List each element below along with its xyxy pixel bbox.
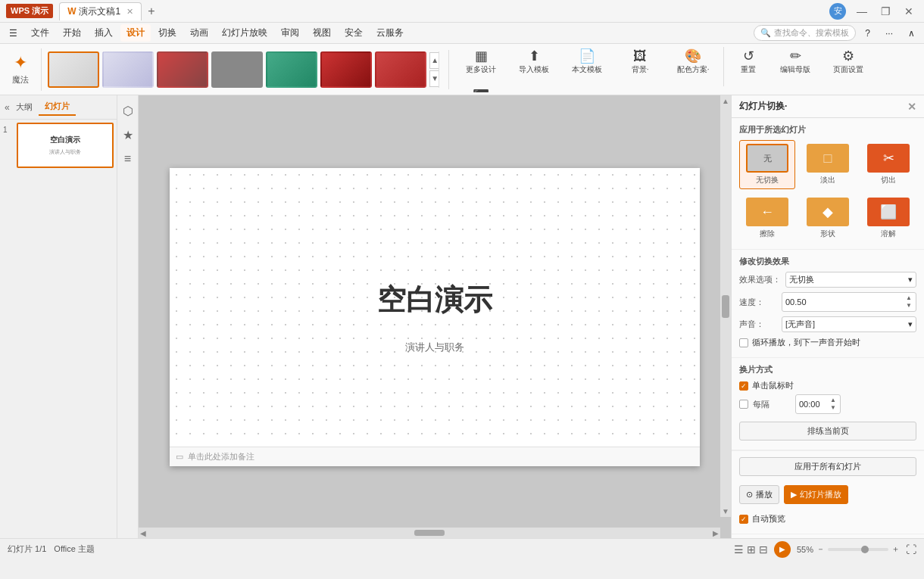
- import-template-btn[interactable]: ⬆ 导入模板: [508, 47, 560, 77]
- reset-btn[interactable]: ↺ 重置: [729, 47, 768, 77]
- template-thumb-3[interactable]: [157, 51, 208, 88]
- template-thumb-5[interactable]: [266, 51, 317, 88]
- menu-review[interactable]: 审阅: [275, 24, 305, 42]
- fullscreen-btn[interactable]: ⛶: [906, 543, 916, 556]
- magic-button[interactable]: ✦ 魔法: [6, 48, 42, 91]
- interval-up-btn[interactable]: ▲: [829, 397, 837, 404]
- interval-input[interactable]: 00:00 ▲ ▼: [795, 394, 841, 414]
- more-design-btn[interactable]: ▦ 更多设计: [455, 47, 507, 77]
- page-setup-btn[interactable]: ⚙ 页面设置: [823, 47, 874, 77]
- effect-select[interactable]: 无切换 ▾: [785, 272, 916, 288]
- slide-size-btn[interactable]: ⬛ 幻灯片大小·: [455, 88, 507, 92]
- apply-all-button[interactable]: 应用于所有幻灯片: [739, 457, 916, 476]
- view-grid-btn[interactable]: ⊞: [747, 543, 756, 556]
- color-scheme-btn[interactable]: 🎨 配色方案·: [667, 47, 719, 77]
- zoom-plus-btn[interactable]: ＋: [891, 543, 900, 555]
- autopreview-checkbox[interactable]: ✓: [739, 515, 748, 524]
- edit-master-btn[interactable]: ✏ 编辑母版: [769, 47, 821, 77]
- doc-tab[interactable]: W 演示文稿1 ✕: [59, 2, 142, 20]
- settings-icon[interactable]: ···: [879, 26, 899, 41]
- slide-item-1[interactable]: 1 空白演示 演讲人与职务: [3, 123, 114, 168]
- right-panel-close[interactable]: ✕: [907, 101, 916, 113]
- transition-wipe[interactable]: ← 擦除: [739, 194, 795, 243]
- panel-tab-outline[interactable]: 大纲: [10, 99, 39, 115]
- scroll-right-arrow[interactable]: ▶: [713, 529, 719, 537]
- transition-none[interactable]: 无 无切换: [739, 140, 795, 189]
- sound-select[interactable]: [无声音] ▾: [782, 316, 916, 332]
- search-icon: 🔍: [760, 28, 771, 38]
- new-tab-button[interactable]: +: [148, 5, 155, 17]
- menu-animation[interactable]: 动画: [184, 24, 214, 42]
- template-thumb-7[interactable]: [375, 51, 426, 88]
- side-icon-star[interactable]: ★: [119, 126, 137, 144]
- h-scroll-thumb[interactable]: [414, 530, 445, 536]
- restore-button[interactable]: ❐: [876, 4, 895, 19]
- transition-cut[interactable]: ✂ 切出: [860, 140, 916, 189]
- page-setup-icon: ⚙: [842, 49, 854, 63]
- practice-button[interactable]: 排练当前页: [739, 422, 916, 440]
- template-thumb-6[interactable]: [320, 51, 372, 88]
- side-icon-1[interactable]: ⬡: [119, 101, 137, 120]
- template-thumb-4[interactable]: [211, 51, 263, 88]
- slide-thumbnail-1[interactable]: 空白演示 演讲人与职务: [17, 123, 114, 168]
- play-button[interactable]: ⊙ 播放: [739, 485, 779, 504]
- slideshow-button[interactable]: ▶ 幻灯片播放: [784, 485, 848, 504]
- horizontal-scrollbar[interactable]: ◀ ▶: [139, 528, 720, 538]
- help-icon[interactable]: ?: [859, 26, 876, 41]
- slide-subtitle[interactable]: 演讲人与职务: [405, 341, 464, 354]
- menu-security[interactable]: 安全: [339, 24, 369, 42]
- transition-fade[interactable]: □ 淡出: [800, 140, 856, 189]
- panel-nav-left[interactable]: «: [5, 102, 10, 113]
- collapse-icon[interactable]: ∧: [902, 26, 921, 41]
- status-play-btn[interactable]: ▶: [774, 541, 791, 558]
- interval-down-btn[interactable]: ▼: [829, 404, 837, 412]
- transition-fade-box: □: [807, 144, 849, 173]
- menu-cloud[interactable]: 云服务: [370, 24, 410, 42]
- scroll-left-arrow[interactable]: ◀: [140, 529, 146, 537]
- click-checkbox[interactable]: ✓: [739, 381, 748, 391]
- speed-input[interactable]: 00.50 ▲ ▼: [782, 292, 916, 312]
- loop-checkbox[interactable]: [739, 338, 748, 347]
- transition-cut-icon: ✂: [883, 150, 894, 167]
- view-list-btn[interactable]: ☰: [734, 543, 744, 556]
- slide-canvas[interactable]: 空白演示 演讲人与职务 ▭ 单击此处添加备注: [170, 168, 700, 466]
- background-btn[interactable]: 🖼 背景·: [614, 47, 666, 77]
- menu-view[interactable]: 视图: [307, 24, 337, 42]
- speed-down-btn[interactable]: ▼: [905, 302, 913, 310]
- zoom-track[interactable]: [828, 548, 888, 551]
- vertical-scrollbar[interactable]: ▲ ▼: [720, 95, 731, 517]
- close-button[interactable]: ✕: [900, 4, 918, 19]
- panel-tab-slides[interactable]: 幻灯片: [39, 98, 76, 116]
- view-cols-btn[interactable]: ⊟: [759, 543, 768, 556]
- template-scroll-up[interactable]: ▲: [429, 52, 439, 69]
- user-avatar[interactable]: 安: [829, 3, 846, 20]
- speed-up-btn[interactable]: ▲: [905, 294, 913, 302]
- slide-title[interactable]: 空白演示: [377, 281, 492, 319]
- side-icon-list[interactable]: ≡: [119, 150, 137, 168]
- current-template-btn[interactable]: 📄 本文模板: [561, 47, 613, 77]
- interval-checkbox[interactable]: [739, 400, 748, 409]
- menu-transition[interactable]: 切换: [152, 24, 183, 42]
- tab-close-btn[interactable]: ✕: [126, 7, 133, 17]
- scroll-up-arrow[interactable]: ▲: [722, 97, 729, 105]
- template-scroll-down[interactable]: ▼: [429, 70, 439, 87]
- slide-note-bar[interactable]: ▭ 单击此处添加备注: [170, 447, 700, 466]
- menu-insert[interactable]: 插入: [89, 24, 119, 42]
- transition-shape[interactable]: ◆ 形状: [800, 194, 856, 243]
- background-label: 背景·: [632, 64, 649, 75]
- zoom-minus-btn[interactable]: －: [816, 543, 825, 555]
- scroll-thumb[interactable]: [722, 295, 729, 318]
- menu-hamburger[interactable]: ☰: [3, 26, 23, 41]
- menu-design[interactable]: 设计: [120, 24, 151, 42]
- transition-dissolve[interactable]: ⬜ 溶解: [860, 194, 916, 243]
- menu-home[interactable]: 开始: [57, 24, 87, 42]
- menu-file[interactable]: 文件: [25, 24, 55, 42]
- template-thumb-2[interactable]: [102, 51, 154, 88]
- minimize-button[interactable]: —: [852, 4, 872, 19]
- search-box[interactable]: 🔍 查找命令、搜索模板: [754, 25, 856, 41]
- menu-slideshow[interactable]: 幻灯片放映: [216, 24, 273, 42]
- search-placeholder: 查找命令、搜索模板: [774, 27, 849, 39]
- scroll-down-arrow[interactable]: ▼: [722, 507, 729, 515]
- zoom-thumb[interactable]: [861, 546, 869, 553]
- template-thumb-1[interactable]: [48, 51, 99, 88]
